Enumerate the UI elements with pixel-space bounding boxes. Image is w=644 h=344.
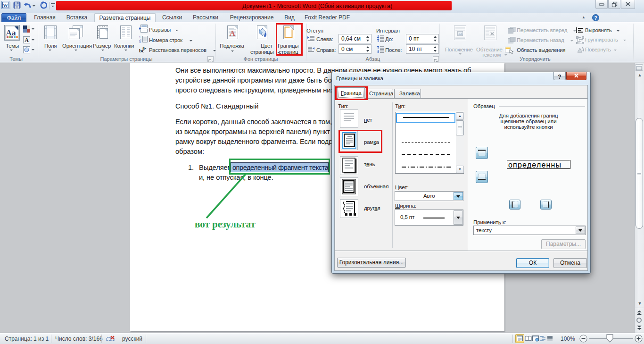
svg-text:3:: 3:	[139, 41, 141, 43]
svg-text:A: A	[230, 29, 236, 38]
svg-text:W: W	[3, 2, 8, 8]
svg-text:Aa: Aa	[6, 28, 16, 37]
svg-text:?: ?	[594, 16, 597, 21]
svg-text:a-: a-	[142, 46, 146, 50]
svg-text:A: A	[25, 37, 29, 43]
